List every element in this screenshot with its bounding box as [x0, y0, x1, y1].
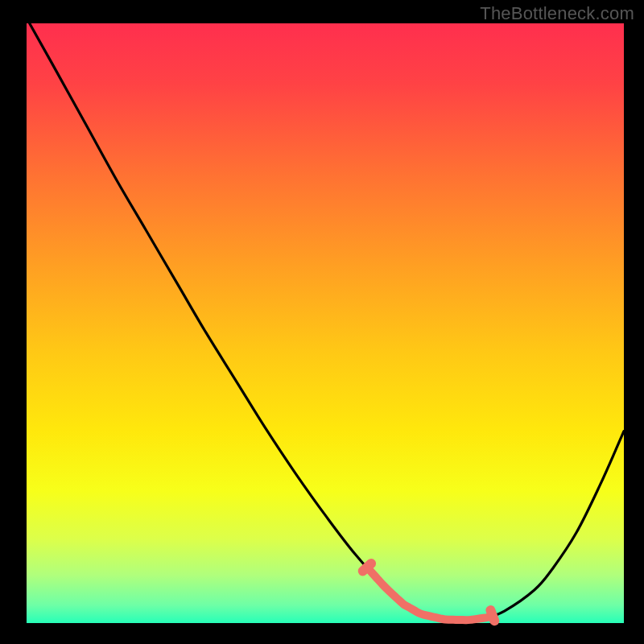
- bottleneck-curve-chart: [0, 0, 644, 644]
- watermark-text: TheBottleneck.com: [480, 3, 634, 24]
- chart-container: TheBottleneck.com: [0, 0, 644, 644]
- gradient-area: [27, 23, 624, 623]
